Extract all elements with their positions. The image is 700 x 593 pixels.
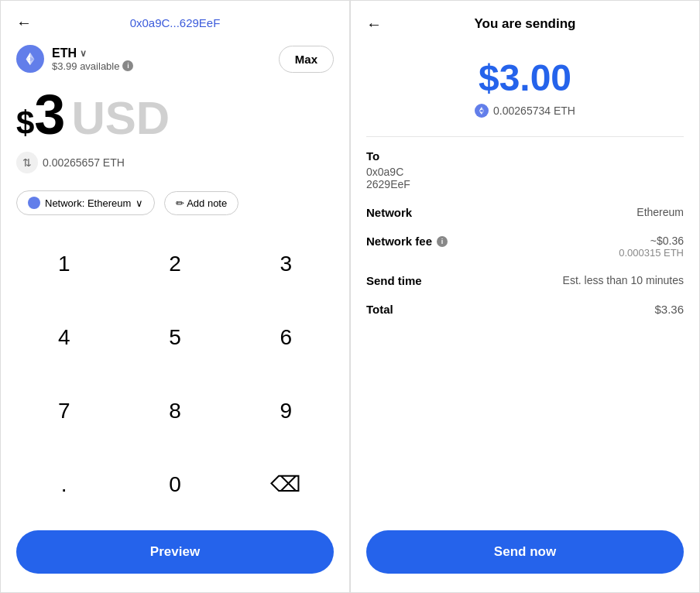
amount-number: 3 [34, 87, 65, 142]
network-note-row: Network: Ethereum ∨ ✏ Add note [1, 183, 349, 228]
panel2-header: ← You are sending [351, 1, 699, 41]
panel2-title: You are sending [475, 16, 576, 32]
panel1-header: ← 0x0a9C...629EeF [1, 1, 349, 39]
eth-mini-icon [475, 104, 489, 118]
balance-info-icon: i [122, 60, 133, 71]
divider [366, 136, 684, 137]
network-fee-label: Network fee [366, 235, 432, 248]
to-address-line1: 0x0a9C [366, 166, 684, 178]
preview-button[interactable]: Preview [16, 530, 334, 574]
sending-eth-amount: 0.00265734 ETH [366, 104, 684, 118]
keypad-key-1[interactable]: 1 [9, 228, 119, 301]
token-balance: $3.99 available i [52, 60, 133, 72]
back-button-panel2[interactable]: ← [366, 15, 382, 33]
send-time-value: Est. less than 10 minutes [563, 274, 684, 286]
svg-marker-6 [479, 107, 482, 111]
keypad: 123456789.0⌫ [1, 228, 349, 521]
send-time-label: Send time [366, 274, 422, 287]
keypad-key-2[interactable]: 2 [119, 228, 230, 301]
network-fee-usd: ~$0.36 [619, 235, 684, 247]
keypad-key-9[interactable]: 9 [231, 375, 341, 448]
eth-equivalent-row: ⇅ 0.00265657 ETH [1, 146, 349, 183]
to-address-line2: 2629EeF [366, 178, 684, 190]
network-chevron-icon: ∨ [136, 197, 143, 209]
eth-token-icon [16, 45, 44, 73]
keypad-key-backspace[interactable]: ⌫ [231, 447, 341, 521]
to-label: To [366, 149, 684, 163]
swap-icon[interactable]: ⇅ [16, 152, 38, 173]
keypad-key-5[interactable]: 5 [119, 301, 230, 375]
keypad-key-0[interactable]: 0 [119, 447, 230, 521]
dollar-sign: $ [16, 105, 34, 142]
amount-display: $ 3 USD [1, 79, 349, 146]
detail-section: To 0x0a9C 2629EeF Network Ethereum Netwo… [351, 149, 699, 521]
network-selector[interactable]: Network: Ethereum ∨ [16, 190, 155, 215]
network-fee-row: Network fee i ~$0.36 0.000315 ETH [366, 235, 684, 259]
fee-info-icon: i [437, 236, 448, 247]
network-label: Network [366, 206, 412, 219]
network-value: Ethereum [637, 206, 684, 218]
sending-amount-section: $3.00 0.00265734 ETH [351, 41, 699, 124]
svg-marker-9 [482, 111, 484, 115]
total-row: Total $3.36 [366, 303, 684, 316]
to-row: To 0x0a9C 2629EeF [366, 149, 684, 190]
network-icon [28, 197, 40, 209]
network-fee-right: ~$0.36 0.000315 ETH [619, 235, 684, 259]
confirm-panel: ← You are sending $3.00 0.00265734 ETH [350, 0, 700, 593]
max-button[interactable]: Max [279, 46, 334, 73]
token-chevron-icon: ∨ [80, 48, 87, 59]
network-fee-eth: 0.000315 ETH [619, 247, 684, 259]
keypad-key-6[interactable]: 6 [231, 301, 341, 375]
amount-currency: USD [71, 95, 170, 142]
token-symbol: ETH [52, 46, 77, 60]
keypad-key-dot[interactable]: . [9, 447, 119, 521]
svg-marker-7 [482, 107, 484, 111]
token-info: ETH ∨ $3.99 available i [52, 46, 133, 72]
send-now-button[interactable]: Send now [366, 530, 684, 574]
keypad-key-3[interactable]: 3 [231, 228, 341, 301]
network-label: Network: Ethereum [45, 197, 131, 209]
token-name-row[interactable]: ETH ∨ [52, 46, 133, 60]
network-row: Network Ethereum [366, 206, 684, 219]
add-note-button[interactable]: ✏ Add note [164, 191, 238, 215]
back-button-panel1[interactable]: ← [16, 14, 32, 32]
svg-marker-8 [479, 111, 482, 115]
send-time-row: Send time Est. less than 10 minutes [366, 274, 684, 287]
keypad-key-7[interactable]: 7 [9, 375, 119, 448]
total-label: Total [366, 303, 393, 316]
sending-usd-amount: $3.00 [366, 57, 684, 99]
sending-eth-text: 0.00265734 ETH [493, 105, 575, 117]
wallet-address[interactable]: 0x0a9C...629EeF [130, 16, 221, 29]
total-value: $3.36 [654, 303, 684, 316]
send-amount-panel: ← 0x0a9C...629EeF ETH [0, 0, 350, 593]
keypad-key-8[interactable]: 8 [119, 375, 230, 448]
token-left: ETH ∨ $3.99 available i [16, 45, 133, 73]
keypad-key-4[interactable]: 4 [9, 301, 119, 375]
eth-equiv-text: 0.00265657 ETH [43, 156, 125, 169]
token-row: ETH ∨ $3.99 available i Max [1, 39, 349, 79]
network-fee-label-container: Network fee i [366, 235, 448, 248]
